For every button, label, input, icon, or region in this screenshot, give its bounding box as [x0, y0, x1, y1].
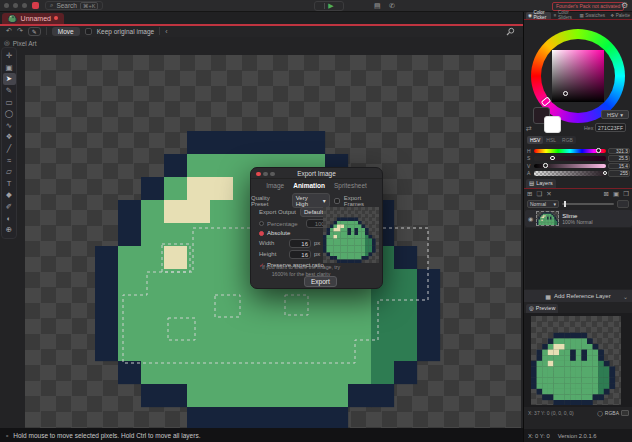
- phone-icon[interactable]: ✆: [389, 2, 395, 10]
- swap-colors-icon[interactable]: ⇄: [526, 125, 532, 133]
- export-button[interactable]: Export: [304, 276, 337, 287]
- archive-icon[interactable]: ▤: [374, 2, 381, 10]
- pan-tool[interactable]: ✛: [3, 50, 16, 62]
- secondary-color-swatch[interactable]: [544, 116, 561, 133]
- slider-knob[interactable]: [596, 148, 601, 153]
- slider-value[interactable]: 321.3: [608, 148, 630, 155]
- swatches-icon: ▦: [579, 13, 583, 18]
- width-unit: px: [314, 240, 320, 246]
- layers-tab[interactable]: ▤ Layers: [526, 179, 556, 188]
- slider-value[interactable]: 15.4: [608, 163, 630, 170]
- slider-track[interactable]: [534, 164, 606, 169]
- tab-animation[interactable]: Animation: [293, 182, 325, 189]
- tab-label: Palette: [616, 13, 630, 18]
- window-zoom-button[interactable]: [22, 3, 27, 8]
- search-input[interactable]: ⌕ Search ⌘+K: [45, 1, 103, 10]
- merge-icon[interactable]: ❐: [623, 190, 629, 198]
- selection-brush-tool[interactable]: ❖: [3, 131, 16, 143]
- preview-tab[interactable]: ◎ Preview: [526, 304, 558, 313]
- redo-icon[interactable]: ↷: [17, 27, 23, 35]
- quality-preset-dropdown[interactable]: Very High ▾: [292, 193, 330, 208]
- founders-pack-badge[interactable]: Founder's Pack not activated: [552, 2, 624, 11]
- hex-input[interactable]: 271C23FF: [595, 123, 626, 132]
- search-shortcut: ⌘+K: [80, 2, 98, 10]
- window-minimize-button[interactable]: [13, 3, 18, 8]
- dialog-zoom-button[interactable]: [270, 172, 275, 177]
- color-mode-dropdown[interactable]: HSV ▾: [601, 110, 629, 119]
- slider-s[interactable]: S25.5: [527, 155, 630, 163]
- add-reference-layer-button[interactable]: ▦ Add Reference Layer ⌄: [524, 290, 632, 302]
- rgba-toggle-group[interactable]: ◯ RGBA: [597, 410, 629, 416]
- tab-rgb[interactable]: RGB: [559, 136, 576, 144]
- window-close-button[interactable]: [4, 3, 9, 8]
- settings-gear-icon[interactable]: ⚙: [621, 1, 628, 10]
- magnifier-icon[interactable]: [506, 27, 515, 37]
- slider-knob[interactable]: [543, 163, 548, 168]
- slider-h[interactable]: H321.3: [527, 147, 630, 155]
- layer-row-slime[interactable]: ◉ Slime 100% Normal: [525, 210, 632, 227]
- edit-canvas-icon[interactable]: ✎: [28, 27, 41, 36]
- slider-v[interactable]: V15.4: [527, 162, 630, 170]
- rgba-toggle-box[interactable]: [621, 410, 629, 416]
- width-input[interactable]: 16: [289, 239, 311, 248]
- right-panel: ◉Color Picker≡Color Sliders▦Swatches❖Pal…: [523, 12, 632, 442]
- absolute-radio[interactable]: [259, 231, 264, 236]
- zoom-tool[interactable]: ⊕: [3, 224, 16, 236]
- opacity-slider[interactable]: [562, 203, 614, 205]
- move-button[interactable]: Move: [52, 27, 80, 36]
- tab-hsv[interactable]: HSV: [527, 136, 543, 144]
- bucket-tool[interactable]: ◆: [3, 189, 16, 201]
- slider-value[interactable]: 25.5: [608, 155, 630, 162]
- tab-hsl[interactable]: HSL: [543, 136, 559, 144]
- slider-a[interactable]: A255: [527, 170, 630, 178]
- undo-icon[interactable]: ↶: [6, 27, 12, 35]
- lock-icon[interactable]: ⊠: [604, 190, 609, 198]
- collapse-toolbar-button[interactable]: ‹: [165, 28, 167, 35]
- eyedropper-tool[interactable]: ✐: [3, 201, 16, 213]
- dialog-close-button[interactable]: [256, 172, 261, 177]
- pixel-art-mode-chip[interactable]: ◎ Pixel Art: [4, 39, 37, 47]
- curve-tool[interactable]: ≈: [3, 154, 16, 166]
- tab-spritesheet[interactable]: Spritesheet: [334, 182, 367, 189]
- blend-mode-dropdown[interactable]: Normal ▾: [527, 200, 559, 208]
- line-tool[interactable]: ╱: [3, 143, 16, 155]
- tab-label: Unnamed: [21, 15, 51, 22]
- play-button[interactable]: ▶: [314, 1, 344, 11]
- opacity-knob[interactable]: [564, 201, 566, 207]
- percentage-radio[interactable]: [259, 221, 264, 226]
- ellipse-select-tool[interactable]: ◯: [3, 108, 16, 120]
- crop-tool[interactable]: ▣: [3, 62, 16, 74]
- saturation-value-square[interactable]: [552, 50, 604, 102]
- rgba-circle-icon: ◯: [597, 410, 603, 416]
- sv-cursor[interactable]: [563, 91, 568, 96]
- add-group-icon[interactable]: ❏: [536, 190, 542, 198]
- slider-label: S: [527, 155, 532, 161]
- opacity-value-box[interactable]: [617, 200, 629, 208]
- slider-value[interactable]: 255: [608, 170, 630, 177]
- tab-unnamed[interactable]: Unnamed: [2, 13, 64, 25]
- pencil-tool[interactable]: ✎: [3, 85, 16, 97]
- height-row: Height 16 px: [259, 251, 276, 257]
- shading-tool[interactable]: ◐: [3, 212, 16, 224]
- add-layer-icon[interactable]: ⊞: [527, 190, 532, 198]
- dialog-minimize-button[interactable]: [263, 172, 268, 177]
- keep-original-checkbox[interactable]: [85, 28, 92, 35]
- clip-icon[interactable]: ▣: [613, 190, 619, 198]
- height-input[interactable]: 16: [289, 250, 311, 259]
- export-image-dialog: Export Image Image Animation Spritesheet…: [250, 167, 383, 289]
- delete-layer-icon[interactable]: ✕: [546, 190, 551, 198]
- rect-select-tool[interactable]: ▭: [3, 96, 16, 108]
- slider-track[interactable]: [534, 171, 606, 176]
- slider-track[interactable]: [534, 149, 606, 154]
- text-tool[interactable]: T: [3, 178, 16, 190]
- lasso-tool[interactable]: ∿: [3, 120, 16, 132]
- export-frames-checkbox[interactable]: [334, 198, 340, 204]
- slider-knob[interactable]: [603, 171, 608, 176]
- move-tool[interactable]: ➤: [3, 73, 16, 85]
- preview-checkerboard: [531, 316, 621, 405]
- layer-visibility-eye-icon[interactable]: ◉: [528, 215, 533, 222]
- slider-knob[interactable]: [550, 156, 555, 161]
- slider-track[interactable]: [534, 156, 606, 161]
- shape-tool[interactable]: ▱: [3, 166, 16, 178]
- tab-image[interactable]: Image: [266, 182, 284, 189]
